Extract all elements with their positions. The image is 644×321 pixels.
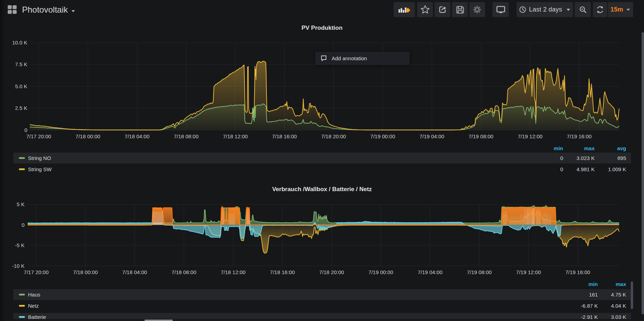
svg-text:7/19 08:00: 7/19 08:00: [469, 133, 493, 139]
svg-text:7/18 04:00: 7/18 04:00: [122, 269, 147, 275]
svg-text:7/18 00:00: 7/18 00:00: [76, 133, 101, 139]
svg-text:7/19 04:00: 7/19 04:00: [418, 269, 443, 275]
svg-text:7/18 08:00: 7/18 08:00: [172, 269, 196, 275]
svg-text:7/18 20:00: 7/18 20:00: [319, 269, 344, 275]
svg-text:7/18 08:00: 7/18 08:00: [174, 133, 199, 139]
svg-text:7/18 16:00: 7/18 16:00: [270, 269, 295, 275]
svg-text:7/19 08:00: 7/19 08:00: [467, 269, 492, 275]
svg-text:7/19 16:00: 7/19 16:00: [565, 269, 590, 275]
svg-text:5 K: 5 K: [16, 201, 25, 207]
svg-text:-10 K: -10 K: [12, 263, 25, 269]
svg-text:7/19 16:00: 7/19 16:00: [567, 133, 592, 139]
svg-text:2.5 K: 2.5 K: [15, 105, 27, 111]
svg-text:7/17 20:00: 7/17 20:00: [24, 269, 49, 275]
svg-text:7/19 00:00: 7/19 00:00: [370, 133, 395, 139]
svg-text:7/19 12:00: 7/19 12:00: [518, 133, 542, 139]
svg-text:10.0 K: 10.0 K: [12, 40, 27, 46]
svg-text:7/18 12:00: 7/18 12:00: [221, 269, 245, 275]
svg-text:7/18 00:00: 7/18 00:00: [73, 269, 98, 275]
svg-text:-5 K: -5 K: [15, 242, 25, 248]
svg-text:7/18 20:00: 7/18 20:00: [321, 133, 346, 139]
svg-text:7/18 12:00: 7/18 12:00: [223, 133, 248, 139]
svg-text:7.5 K: 7.5 K: [15, 61, 27, 67]
svg-text:0: 0: [25, 127, 27, 133]
svg-text:7/19 04:00: 7/19 04:00: [420, 133, 444, 139]
svg-text:0: 0: [22, 222, 25, 228]
svg-text:7/19 12:00: 7/19 12:00: [516, 269, 541, 275]
svg-text:7/18 04:00: 7/18 04:00: [125, 133, 150, 139]
svg-text:7/18 16:00: 7/18 16:00: [272, 133, 297, 139]
svg-text:7/19 00:00: 7/19 00:00: [368, 269, 393, 275]
svg-text:7/17 20:00: 7/17 20:00: [26, 133, 51, 139]
svg-text:5.0 K: 5.0 K: [15, 83, 27, 89]
